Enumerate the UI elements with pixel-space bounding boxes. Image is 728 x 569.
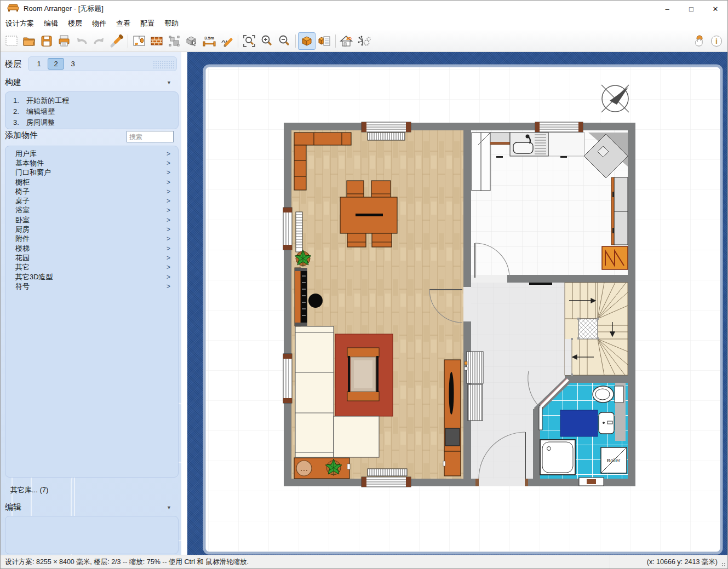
toilet[interactable] — [593, 386, 623, 403]
draw-walls-button[interactable] — [218, 32, 236, 50]
print-button[interactable] — [55, 32, 73, 50]
zoom-in-button[interactable] — [258, 32, 276, 50]
edit-collapse-icon[interactable]: ▼ — [167, 505, 171, 510]
search-input[interactable] — [127, 131, 174, 142]
walkthrough-3d-button[interactable]: 3D — [338, 32, 356, 50]
explode-view-button[interactable] — [356, 32, 373, 50]
chevron-right-icon: > — [167, 206, 170, 214]
floor-tab[interactable]: 3 — [65, 58, 81, 70]
redo-button[interactable] — [90, 32, 108, 50]
window[interactable] — [579, 478, 604, 486]
category-item[interactable]: 橱柜 > — [5, 177, 178, 187]
kitchen-appliance[interactable] — [602, 246, 628, 269]
close-button[interactable]: ✕ — [703, 1, 727, 16]
floor-tab[interactable]: 1 — [31, 58, 47, 70]
menu-item[interactable]: 楼层 — [63, 17, 87, 30]
window[interactable] — [362, 122, 411, 132]
edit-section-label: 编辑 — [5, 502, 21, 513]
category-item[interactable]: 门口和窗户 > — [5, 168, 178, 177]
menu-item[interactable]: 帮助 — [159, 17, 184, 30]
resize-grip[interactable] — [721, 562, 726, 567]
round-stool[interactable] — [308, 294, 323, 308]
window[interactable] — [535, 122, 583, 132]
build-step[interactable]: 3.房间调整 — [13, 117, 178, 128]
category-item[interactable]: 桌子 > — [5, 196, 178, 205]
menu-item[interactable]: 配置 — [135, 17, 159, 30]
radiator[interactable] — [368, 133, 405, 140]
category-item[interactable]: 用户库 > — [5, 149, 178, 158]
menu-item[interactable]: 设计方案 — [1, 17, 39, 30]
drawing-canvas[interactable]: Boiler — [187, 52, 727, 555]
build-step[interactable]: 1.开始新的工程 — [13, 95, 178, 106]
kitchen-sink[interactable] — [510, 133, 548, 156]
hall-radiator[interactable] — [468, 384, 483, 421]
boiler[interactable]: Boiler — [601, 447, 627, 473]
category-item[interactable]: 符号 > — [5, 281, 178, 291]
category-item[interactable]: 其它 > — [5, 263, 178, 272]
ladder-shelf[interactable] — [296, 212, 302, 252]
more-libraries-link[interactable]: 其它库... (7) — [10, 485, 48, 495]
category-item[interactable]: 附件 > — [5, 234, 178, 244]
chevron-right-icon: > — [167, 226, 170, 233]
floor-tab[interactable]: 2 — [48, 58, 64, 70]
format-brush-button[interactable] — [108, 32, 125, 50]
zoom-out-button[interactable] — [276, 32, 293, 50]
category-item[interactable]: 厨房 > — [5, 225, 178, 234]
build-step[interactable]: 2.编辑墙壁 — [13, 106, 178, 117]
window-title: Room Arranger - [无标题] — [24, 4, 104, 14]
menu-item[interactable]: 编辑 — [39, 17, 63, 30]
menu-item[interactable]: 查看 — [111, 17, 135, 30]
build-collapse-icon[interactable]: ▼ — [167, 80, 171, 85]
tv-cabinet[interactable] — [443, 360, 461, 476]
zoom-fit-button[interactable] — [240, 32, 258, 50]
category-item[interactable]: 基本物件 > — [5, 158, 178, 168]
door-jamb — [475, 479, 479, 486]
menu-bar: 设计方案编辑楼层物件查看配置帮助 — [1, 17, 727, 30]
chevron-right-icon: > — [167, 197, 170, 205]
measure-button[interactable]: 3.5m — [200, 32, 218, 50]
window[interactable] — [283, 354, 292, 403]
rug-and-coffee-table[interactable] — [335, 334, 393, 416]
minimize-button[interactable]: – — [655, 1, 679, 16]
bath-mat[interactable] — [560, 410, 598, 436]
radiator[interactable] — [368, 469, 407, 476]
category-item[interactable]: 椅子 > — [5, 187, 178, 196]
toolbar-separator — [335, 35, 336, 48]
hall-radiator[interactable] — [465, 352, 483, 383]
floor-plan[interactable]: Boiler — [187, 52, 728, 557]
open-button[interactable] — [20, 32, 38, 50]
object-properties-button[interactable] — [316, 32, 333, 50]
status-plan-info: 设计方案: 8255 × 8400 毫米, 楼层: 2/3 -- 缩放: 75%… — [1, 557, 610, 567]
window[interactable] — [283, 208, 292, 250]
status-cursor-coordinates: (x: 10666 y: 2413 毫米) — [610, 555, 727, 568]
chevron-right-icon: > — [167, 179, 170, 186]
plan-editor-button[interactable] — [130, 32, 148, 50]
category-item[interactable]: 卧室 > — [5, 215, 178, 225]
new-plan-button[interactable] — [3, 32, 20, 50]
category-item[interactable]: 楼梯 > — [5, 244, 178, 253]
menu-item[interactable]: 物件 — [87, 17, 111, 30]
undo-button[interactable] — [73, 32, 90, 50]
towel-rail[interactable] — [539, 406, 542, 430]
view-3d-button[interactable] — [298, 32, 316, 50]
category-item[interactable]: 浴室 > — [5, 206, 178, 215]
edit-panel — [5, 516, 179, 554]
staircase[interactable] — [565, 283, 628, 376]
build-section-label: 构建 — [5, 77, 21, 88]
category-item[interactable]: 其它3D造型 > — [5, 272, 178, 281]
wall-brick-button[interactable] — [148, 32, 165, 50]
transform-objects-button[interactable] — [165, 32, 183, 50]
window[interactable] — [362, 477, 411, 487]
shower[interactable] — [540, 440, 575, 475]
bathroom-sink[interactable] — [599, 412, 614, 434]
maximize-button[interactable]: □ — [679, 1, 703, 16]
grab-hand-button[interactable] — [690, 32, 708, 50]
about-info-button[interactable]: i — [708, 32, 725, 50]
save-button[interactable] — [38, 32, 55, 50]
bench[interactable] — [294, 458, 350, 479]
bookshelf[interactable] — [295, 268, 307, 326]
kitchen-counter-right[interactable] — [611, 177, 628, 245]
chevron-right-icon: > — [167, 263, 170, 271]
insert-3d-object-button[interactable] — [183, 32, 200, 50]
category-item[interactable]: 花园 > — [5, 253, 178, 262]
